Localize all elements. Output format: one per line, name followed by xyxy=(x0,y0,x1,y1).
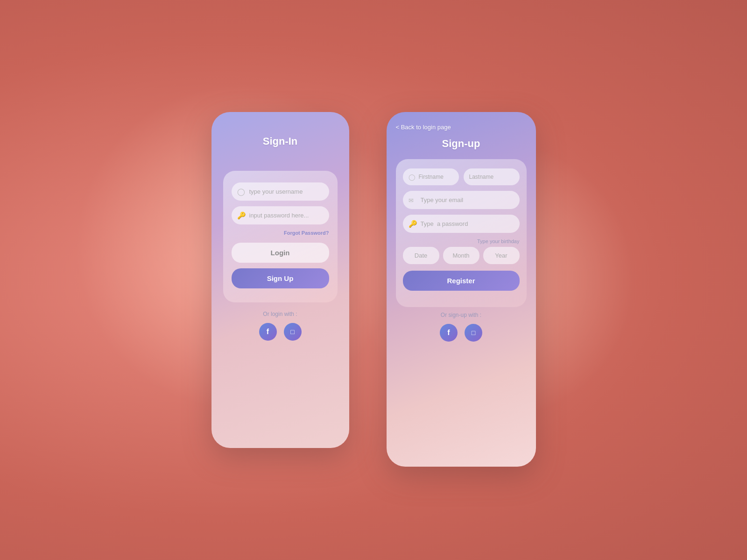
signup-button[interactable]: Sign Up xyxy=(232,268,329,288)
month-button[interactable]: Month xyxy=(443,247,479,264)
username-input[interactable] xyxy=(232,182,329,201)
name-row: ◯ xyxy=(403,168,520,185)
date-button[interactable]: Date xyxy=(403,247,439,264)
register-button[interactable]: Register xyxy=(403,271,520,291)
signup-title: Sign-up xyxy=(442,138,480,150)
email-input-wrapper: ✉ xyxy=(403,191,520,209)
signup-card: < Back to login page Sign-up ◯ ✉ 🔑 xyxy=(387,112,536,467)
cards-wrapper: Sign-In ◯ 🔑 Forgot Password? Login Sign … xyxy=(211,93,536,467)
signup-form-area: ◯ ✉ 🔑 Type your birthday Date Month Year xyxy=(396,159,527,307)
instagram-icon-signup: □ xyxy=(472,329,475,336)
signin-title: Sign-In xyxy=(263,135,298,147)
instagram-button[interactable]: □ xyxy=(284,323,302,341)
back-to-login-link[interactable]: < Back to login page xyxy=(396,124,451,131)
username-input-wrapper: ◯ xyxy=(232,182,329,201)
firstname-input[interactable] xyxy=(403,168,459,185)
or-signup-text: Or sign-up with : xyxy=(441,312,481,318)
password-input[interactable] xyxy=(232,206,329,224)
signin-card: Sign-In ◯ 🔑 Forgot Password? Login Sign … xyxy=(211,112,349,448)
date-row: Date Month Year xyxy=(403,247,520,264)
birthday-label: Type your birthday xyxy=(477,238,520,244)
facebook-icon: f xyxy=(267,328,269,336)
lastname-input[interactable] xyxy=(464,168,520,185)
signup-password-input[interactable] xyxy=(403,215,520,233)
signup-social-icons: f □ xyxy=(440,324,482,342)
signup-instagram-button[interactable]: □ xyxy=(465,324,482,342)
email-input[interactable] xyxy=(403,191,520,209)
firstname-input-wrapper: ◯ xyxy=(403,168,459,185)
facebook-icon-signup: f xyxy=(447,329,450,337)
forgot-password-link[interactable]: Forgot Password? xyxy=(284,230,329,236)
signin-social-icons: f □ xyxy=(259,323,302,341)
lastname-input-wrapper xyxy=(464,168,520,185)
facebook-button[interactable]: f xyxy=(259,323,277,341)
signin-form-area: ◯ 🔑 Forgot Password? Login Sign Up xyxy=(223,171,338,302)
signup-facebook-button[interactable]: f xyxy=(440,324,458,342)
signup-password-wrapper: 🔑 xyxy=(403,215,520,233)
instagram-icon: □ xyxy=(290,328,294,336)
password-input-wrapper: 🔑 xyxy=(232,206,329,224)
year-button[interactable]: Year xyxy=(483,247,520,264)
or-login-text: Or login with : xyxy=(263,311,297,317)
login-button[interactable]: Login xyxy=(232,243,329,263)
